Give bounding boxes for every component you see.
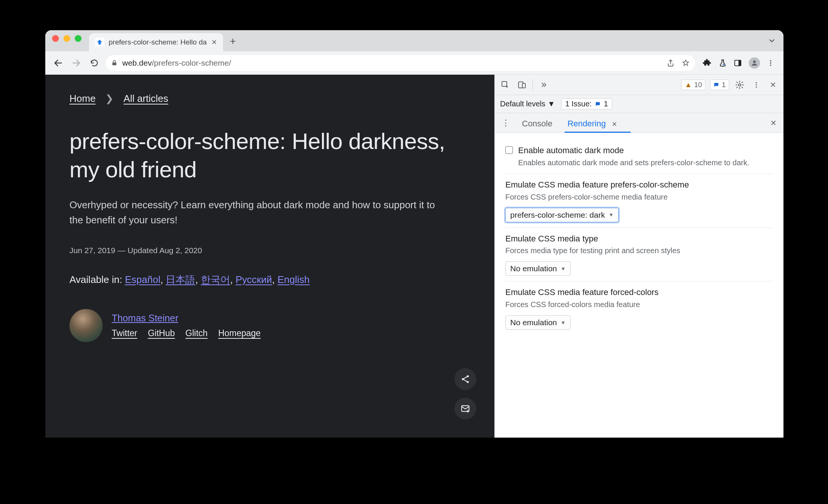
available-in: Available in: Español, 日本語, 한국어, Русский… [69, 273, 470, 286]
svg-point-16 [756, 82, 757, 83]
issues-label: 1 Issue: [565, 100, 592, 108]
svg-point-17 [756, 84, 757, 85]
pcs-desc: Forces CSS prefers-color-scheme media fe… [505, 192, 773, 203]
option-auto-dark: Enable automatic dark mode Enables autom… [505, 140, 773, 174]
author-link-twitter[interactable]: Twitter [112, 328, 137, 338]
drawer-tab-rendering[interactable]: Rendering ✕ [562, 115, 623, 132]
drawer-close-icon[interactable]: ✕ [767, 118, 780, 128]
rendering-panel: Enable automatic dark mode Enables autom… [495, 133, 783, 438]
close-window-button[interactable] [52, 35, 59, 42]
author-link-glitch[interactable]: Glitch [185, 328, 208, 338]
favicon-icon [95, 38, 104, 47]
maximize-window-button[interactable] [75, 35, 82, 42]
issues-count: 1 [604, 100, 608, 108]
pcs-title: Emulate CSS media feature prefers-color-… [505, 179, 773, 191]
info-count: 1 [722, 81, 726, 89]
auto-dark-checkbox[interactable] [505, 146, 513, 154]
share-icon[interactable] [666, 59, 675, 67]
forced-colors-title: Emulate CSS media feature forced-colors [505, 287, 773, 298]
lang-link-ru[interactable]: Русский [235, 274, 272, 285]
warning-icon: ▲ [685, 81, 692, 89]
svg-point-1 [723, 63, 724, 65]
option-prefers-color-scheme: Emulate CSS media feature prefers-color-… [505, 174, 773, 228]
svg-rect-14 [522, 83, 525, 88]
svg-point-6 [770, 62, 771, 63]
browser-tab[interactable]: prefers-color-scheme: Hello da ✕ [89, 33, 223, 51]
breadcrumb-home[interactable]: Home [69, 93, 95, 104]
window-controls [52, 30, 89, 51]
info-badge[interactable]: 1 [710, 80, 729, 90]
browser-window: prefers-color-scheme: Hello da ✕ ＋ web.d… [45, 30, 783, 438]
profile-avatar-icon[interactable] [749, 57, 760, 69]
drawer-more-icon[interactable]: ⋮ [499, 118, 513, 128]
url-host: web.dev [122, 58, 152, 67]
warnings-count: 10 [694, 81, 702, 89]
browser-menu-icon[interactable] [767, 59, 774, 67]
drawer-tab-console-label: Console [522, 119, 553, 128]
author-photo [69, 309, 103, 342]
labs-flask-icon[interactable] [719, 59, 727, 67]
media-type-desc: Forces media type for testing print and … [505, 245, 773, 256]
lang-link-ja[interactable]: 日本語 [166, 274, 195, 285]
auto-dark-title: Enable automatic dark mode [518, 145, 750, 157]
forced-colors-desc: Forces CSS forced-colors media feature [505, 299, 773, 310]
info-icon [713, 82, 719, 88]
tabs-dropdown-button[interactable] [768, 37, 783, 45]
subscribe-fab[interactable] [454, 398, 476, 419]
minimize-window-button[interactable] [63, 35, 70, 42]
page-title: prefers-color-scheme: Hello darkness, my… [69, 127, 470, 184]
extensions-puzzle-icon[interactable] [703, 58, 712, 68]
drawer-tab-console[interactable]: Console [516, 115, 559, 132]
svg-point-15 [739, 84, 741, 86]
new-tab-button[interactable]: ＋ [226, 34, 240, 48]
svg-point-18 [756, 86, 757, 88]
devtools-close-icon[interactable]: ✕ [767, 79, 779, 91]
device-toolbar-icon[interactable] [516, 79, 528, 91]
author-link-github[interactable]: GitHub [148, 328, 175, 338]
breadcrumb: Home ❯ All articles [69, 93, 470, 104]
pcs-select-value: prefers-color-scheme: dark [510, 211, 605, 220]
svg-rect-0 [112, 62, 117, 65]
back-button[interactable] [51, 56, 65, 70]
breadcrumb-all-articles[interactable]: All articles [123, 93, 168, 104]
inspect-element-icon[interactable] [499, 79, 511, 91]
author-links: Twitter GitHub Glitch Homepage [112, 328, 261, 338]
warnings-badge[interactable]: ▲ 10 [681, 80, 705, 90]
caret-down-icon: ▼ [548, 100, 555, 108]
author-name-link[interactable]: Thomas Steiner [112, 313, 261, 324]
caret-down-icon: ▼ [561, 266, 566, 272]
caret-down-icon: ▼ [609, 212, 614, 218]
chevron-right-icon: ❯ [105, 93, 114, 104]
available-label: Available in: [69, 274, 125, 285]
url-text: web.dev/prefers-color-scheme/ [122, 58, 231, 68]
svg-point-4 [753, 60, 756, 63]
issues-button[interactable]: 1 Issue: 1 [561, 98, 612, 109]
tab-close-button[interactable]: ✕ [211, 38, 217, 46]
log-levels-dropdown[interactable]: Default levels ▼ [500, 100, 555, 108]
separator [533, 79, 533, 91]
media-type-select[interactable]: No emulation ▼ [505, 261, 571, 276]
drawer-tab-close-icon[interactable]: ✕ [612, 121, 617, 128]
devtools-menu-icon[interactable] [750, 79, 762, 91]
author-link-homepage[interactable]: Homepage [218, 328, 261, 338]
pcs-select[interactable]: prefers-color-scheme: dark ▼ [505, 208, 619, 222]
lang-link-es[interactable]: Español [125, 274, 160, 285]
option-media-type: Emulate CSS media type Forces media type… [505, 228, 773, 282]
caret-down-icon: ▼ [561, 320, 566, 326]
address-bar[interactable]: web.dev/prefers-color-scheme/ [106, 55, 695, 71]
content-area: Home ❯ All articles prefers-color-scheme… [45, 75, 783, 438]
lang-link-ko[interactable]: 한국어 [201, 274, 230, 285]
forced-colors-select[interactable]: No emulation ▼ [505, 315, 571, 330]
side-panel-icon[interactable] [734, 59, 742, 67]
tab-title: prefers-color-scheme: Hello da [109, 38, 207, 46]
bookmark-star-icon[interactable] [682, 59, 690, 67]
more-tabs-icon[interactable] [537, 79, 549, 91]
lang-link-en[interactable]: English [277, 274, 309, 285]
share-fab[interactable] [454, 368, 476, 390]
toolbar: web.dev/prefers-color-scheme/ [45, 51, 783, 75]
media-type-title: Emulate CSS media type [505, 233, 773, 245]
settings-gear-icon[interactable] [734, 79, 746, 91]
forward-button[interactable] [69, 56, 83, 70]
page-date: Jun 27, 2019 — Updated Aug 2, 2020 [69, 246, 470, 255]
reload-button[interactable] [88, 56, 101, 70]
